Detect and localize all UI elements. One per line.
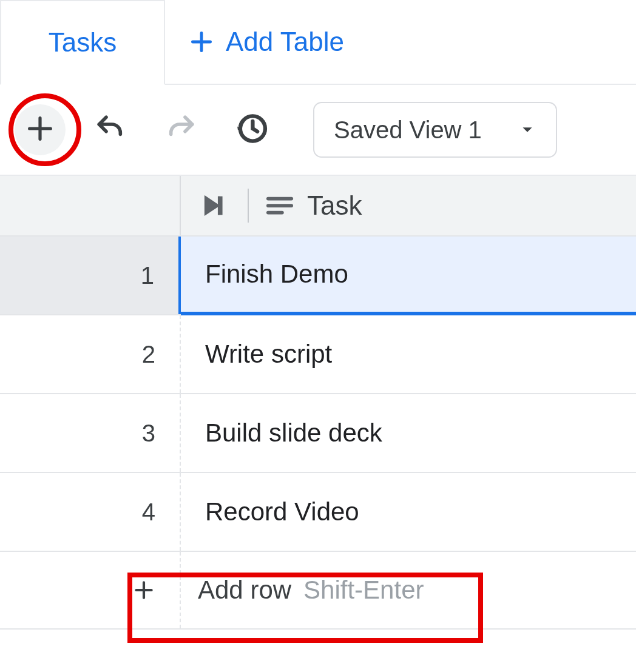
row-number[interactable]: 1 [0,237,181,314]
row-number[interactable]: 3 [0,394,181,472]
cell-task[interactable]: Record Video [181,473,636,551]
add-row-hint: Shift-Enter [303,576,424,605]
table-row[interactable]: 1 Finish Demo [0,237,636,315]
svg-rect-1 [218,197,223,215]
table-header-row: Task [0,176,636,237]
history-button[interactable] [226,104,277,155]
add-button[interactable] [15,104,66,155]
toolbar: Saved View 1 [0,85,636,176]
plus-icon [188,29,215,55]
tab-tasks[interactable]: Tasks [0,0,165,85]
table-row[interactable]: 2 Write script [0,315,636,394]
undo-button[interactable] [85,104,136,155]
table-row[interactable]: 4 Record Video [0,473,636,552]
saved-view-label: Saved View 1 [334,116,482,144]
redo-icon [164,112,198,148]
column-divider [248,189,249,223]
column-header-task[interactable]: Task [181,176,636,235]
add-row-button[interactable]: Add row Shift-Enter [0,552,636,630]
history-icon [234,111,269,149]
add-row-label: Add row [198,576,291,605]
add-table-button[interactable]: Add Table [165,0,367,84]
redo-button[interactable] [155,104,206,155]
row-number[interactable]: 2 [0,315,181,393]
plus-icon [24,113,56,147]
cell-task[interactable]: Finish Demo [181,237,636,315]
expand-right-icon [203,193,231,218]
tab-label: Tasks [49,27,117,58]
column-title: Task [307,190,362,221]
cell-task[interactable]: Write script [181,315,636,393]
saved-view-selector[interactable]: Saved View 1 [313,102,557,158]
cell-task[interactable]: Build slide deck [181,394,636,472]
undo-icon [93,112,127,148]
chevron-down-icon [518,121,536,139]
plus-icon [132,579,155,602]
row-number[interactable]: 4 [0,473,181,551]
rownum-header[interactable] [0,176,181,235]
table-row[interactable]: 3 Build slide deck [0,394,636,473]
add-table-label: Add Table [226,27,344,57]
table-tabs-bar: Tasks Add Table [0,0,636,85]
text-column-icon [266,195,294,217]
